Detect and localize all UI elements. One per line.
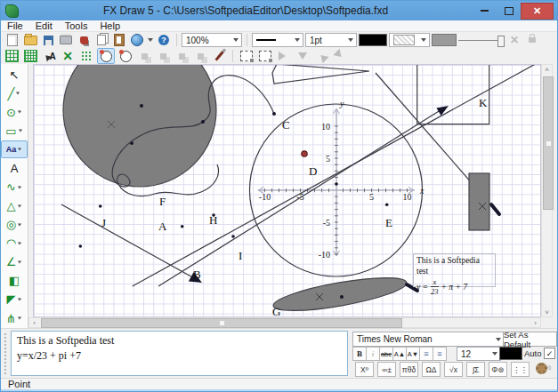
select-region-button[interactable] bbox=[239, 49, 255, 63]
menu-help[interactable]: Help bbox=[93, 20, 126, 31]
font-family-select[interactable]: Times New Roman bbox=[352, 332, 505, 347]
point[interactable] bbox=[231, 235, 235, 238]
line-end-hook[interactable] bbox=[491, 204, 499, 214]
point-label-b[interactable]: B bbox=[193, 268, 201, 281]
matrix-button[interactable]: ⋮⋮ bbox=[511, 362, 530, 377]
font-size-select[interactable]: 12 bbox=[457, 347, 501, 361]
fill-pattern-select[interactable] bbox=[389, 33, 430, 47]
line-spacing-button-2[interactable]: ≡ bbox=[433, 347, 447, 361]
paste-button[interactable] bbox=[111, 33, 127, 47]
tool-arc[interactable]: ◠ bbox=[1, 235, 28, 252]
pen-width-select[interactable]: 1pt bbox=[305, 33, 357, 47]
canvas-equation-box[interactable]: This is a Softpedia test y = x 23 + π + … bbox=[413, 253, 496, 287]
tool-vector[interactable]: ◤ bbox=[1, 291, 28, 308]
point[interactable] bbox=[201, 120, 205, 124]
red-point[interactable] bbox=[302, 151, 307, 156]
tool-select[interactable]: ↖ bbox=[1, 66, 28, 84]
tool-text[interactable]: A bbox=[1, 159, 28, 177]
set-as-default-button[interactable]: Set As Default bbox=[503, 332, 557, 347]
line-style-select[interactable] bbox=[252, 33, 303, 47]
circle-center-point[interactable] bbox=[140, 104, 143, 108]
open-file-button[interactable] bbox=[22, 33, 38, 47]
gray-rectangle-shape[interactable] bbox=[469, 173, 489, 230]
root-symbol-button[interactable]: √x bbox=[444, 362, 463, 377]
tool-equation-text-selected[interactable]: Aa bbox=[1, 140, 28, 158]
format-stamp-button[interactable] bbox=[76, 33, 92, 47]
print-button[interactable] bbox=[58, 33, 74, 47]
web-export-dropdown[interactable] bbox=[147, 33, 154, 47]
point-label-g[interactable]: G bbox=[272, 305, 280, 316]
point-label-i[interactable]: I bbox=[239, 249, 242, 262]
point-label-k[interactable]: K bbox=[479, 96, 488, 109]
grid-toggle-button[interactable] bbox=[4, 49, 20, 63]
point-label-h[interactable]: H bbox=[209, 213, 217, 227]
web-export-button[interactable] bbox=[129, 33, 145, 47]
save-button[interactable] bbox=[40, 33, 56, 47]
decrease-font-button[interactable]: A▼ bbox=[406, 347, 420, 361]
special-symbol-button[interactable]: Φ⊚ bbox=[489, 362, 507, 377]
point[interactable] bbox=[385, 204, 389, 207]
slider-handle[interactable] bbox=[497, 36, 505, 47]
tool-curve[interactable]: ∿ bbox=[1, 178, 28, 196]
point-mode-button-selected[interactable] bbox=[97, 48, 115, 64]
point-label-e[interactable]: E bbox=[385, 216, 392, 229]
dart-polygon[interactable] bbox=[272, 65, 369, 84]
menu-tools[interactable]: Tools bbox=[59, 20, 94, 31]
tool-rectangle[interactable]: ▭ bbox=[1, 122, 28, 140]
panel-grip[interactable] bbox=[4, 332, 8, 374]
strikethrough-button[interactable]: abc bbox=[379, 347, 393, 361]
scroll-right-button[interactable]: › bbox=[530, 318, 540, 327]
help-button[interactable]: ? bbox=[156, 33, 172, 47]
tool-polygon[interactable]: △ bbox=[1, 197, 28, 215]
drawing-canvas[interactable]: -10 -5 5 10 10 5 -5 -10 x y bbox=[33, 64, 541, 317]
fine-grid-button[interactable] bbox=[22, 49, 38, 63]
italic-button[interactable]: i bbox=[366, 347, 380, 361]
tool-angle[interactable]: ∠ bbox=[1, 253, 28, 271]
exponent-symbol-button[interactable]: Xº bbox=[355, 362, 374, 377]
scroll-up-button[interactable]: ˄ bbox=[542, 65, 552, 74]
clear-all-button[interactable]: ✕ bbox=[60, 49, 76, 63]
minimize-button[interactable] bbox=[473, 3, 497, 20]
zoom-select[interactable]: 100% bbox=[182, 33, 242, 47]
point-label-a[interactable]: A bbox=[158, 220, 167, 233]
tool-circle[interactable]: ⊙ bbox=[1, 103, 28, 121]
fill-shade-slider[interactable] bbox=[458, 40, 505, 41]
k-rectangle[interactable] bbox=[417, 65, 489, 124]
point[interactable] bbox=[272, 112, 276, 116]
vertical-scrollbar[interactable]: ˄ ˅ bbox=[541, 64, 553, 317]
tool-dynamic-figure[interactable]: ⋔ bbox=[1, 309, 28, 327]
auto-size-checkbox[interactable]: ✓ bbox=[544, 348, 555, 359]
text-color-swatch[interactable] bbox=[499, 347, 522, 360]
bold-button[interactable]: B bbox=[352, 347, 367, 361]
greek-symbol-button[interactable]: πθδ bbox=[400, 362, 418, 377]
scroll-down-button[interactable]: ˅ bbox=[542, 308, 552, 316]
tool-line[interactable]: ╱ bbox=[1, 84, 28, 102]
line-spacing-button-1[interactable]: ≡ bbox=[419, 347, 433, 361]
point[interactable] bbox=[79, 244, 83, 248]
equation-text-input[interactable]: This is a Softpedia test y=x/23 + pi +7 bbox=[11, 331, 348, 376]
point[interactable] bbox=[335, 182, 338, 186]
new-file-button[interactable] bbox=[4, 33, 20, 47]
menu-edit[interactable]: Edit bbox=[29, 20, 59, 31]
menu-file[interactable]: File bbox=[1, 20, 29, 31]
close-button[interactable]: ✕ bbox=[521, 3, 554, 20]
point-label-c[interactable]: C bbox=[282, 118, 290, 132]
increase-font-button[interactable]: A▲ bbox=[392, 347, 407, 361]
pen-color-swatch[interactable] bbox=[359, 34, 387, 46]
copy-button[interactable] bbox=[93, 33, 109, 47]
tool-fill[interactable]: ◧ bbox=[1, 272, 28, 290]
horizontal-scroll-thumb[interactable] bbox=[41, 318, 402, 328]
gray-ellipse-shape[interactable] bbox=[271, 271, 408, 316]
point[interactable] bbox=[181, 225, 184, 228]
vertical-scroll-thumb[interactable] bbox=[543, 76, 554, 210]
point-label-j[interactable]: J bbox=[101, 216, 106, 229]
symbols-button[interactable]: ΩΔ bbox=[422, 362, 441, 377]
tool-conic[interactable]: ◎ bbox=[1, 216, 28, 234]
auto-label-button[interactable]: A bbox=[41, 49, 57, 63]
scroll-left-button[interactable]: ‹ bbox=[29, 318, 39, 327]
horizontal-scrollbar[interactable]: ‹ › bbox=[28, 317, 541, 328]
select-objects-button[interactable] bbox=[257, 49, 273, 63]
calculus-symbol-button[interactable]: ∫Σ bbox=[466, 362, 485, 377]
point[interactable] bbox=[340, 295, 344, 299]
dot-grid-button[interactable] bbox=[78, 49, 94, 63]
